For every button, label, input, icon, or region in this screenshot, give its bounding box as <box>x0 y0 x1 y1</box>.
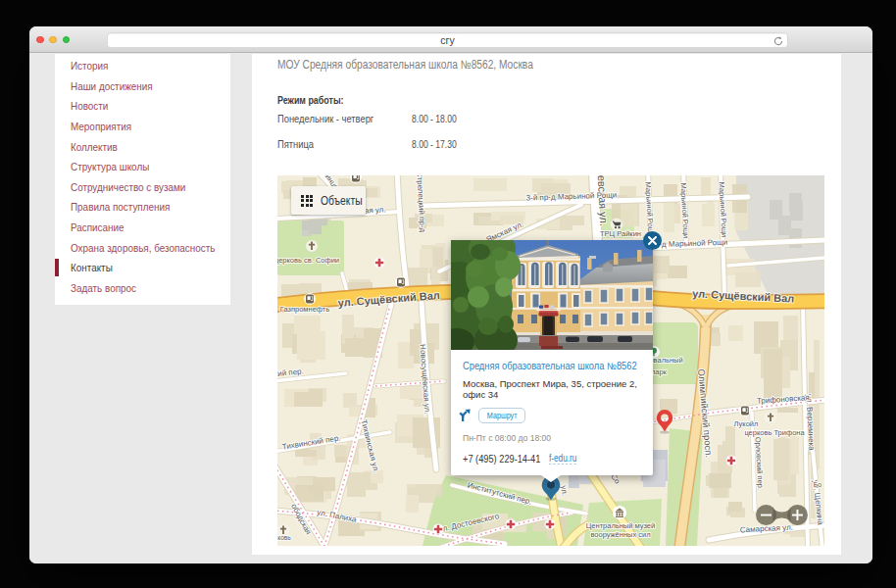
map-label-gazprom: Газпромнефть <box>280 305 329 314</box>
minimize-window-button[interactable] <box>49 36 57 44</box>
sidebar-item-label: Расписание <box>71 221 124 233</box>
page: ИсторияНаши достиженияНовостиМероприятия… <box>29 53 872 564</box>
map-label-lukoil: Лукойл <box>734 419 759 428</box>
main-content: МОУ Средняя образовательная школа №8562,… <box>252 54 841 555</box>
sidebar-item-label: Мероприятия <box>71 121 131 132</box>
map-label-church_sofii: церковь св. Софии <box>277 256 339 265</box>
fuel-station-icon <box>739 405 751 416</box>
map-label-museum1: Центральный музей <box>586 521 655 530</box>
reload-icon[interactable] <box>772 35 784 47</box>
schedule-hours: 8.00 - 17.30 <box>412 138 470 150</box>
sidebar-menu: ИсторияНаши достиженияНовостиМероприятия… <box>55 54 230 305</box>
map-label-church_trifona: церковь Трифона <box>744 428 805 437</box>
sidebar-item-label: Наши достижения <box>71 80 153 92</box>
sidebar-item-label: Правила поступления <box>71 201 170 213</box>
schedule-row: Пятница 8.00 - 17.30 <box>277 131 841 157</box>
medical-cross-icon <box>433 524 444 535</box>
church-icon <box>306 240 318 252</box>
popup-site-link[interactable]: f-edu.ru <box>549 453 576 465</box>
sidebar-item[interactable]: История <box>55 56 230 76</box>
popup-hours: Пн-Пт с 08:00 до 18:00 <box>463 432 595 443</box>
fuel-station-icon <box>304 293 316 305</box>
sidebar-item[interactable]: Новости <box>55 96 230 117</box>
popup-address: Москва, Проспект Мира, 35, строение 2,оф… <box>463 378 641 400</box>
address-bar[interactable]: сгу <box>107 32 788 49</box>
museum-icon <box>613 506 626 519</box>
popup-phone: +7 (495) 229-14-41 <box>463 453 540 465</box>
address-bar-text: сгу <box>108 33 787 48</box>
sidebar-item[interactable]: Структура школы <box>55 157 230 177</box>
schedule-day: Пятница <box>277 138 412 150</box>
zoom-out-icon <box>761 514 772 516</box>
close-window-button[interactable] <box>36 36 44 44</box>
sidebar-item[interactable]: Мероприятия <box>55 117 230 137</box>
popup-tail <box>541 475 561 482</box>
map-label-festivalny2: парк <box>651 368 667 376</box>
sidebar-item[interactable]: Задать вопрос <box>55 278 230 299</box>
sidebar-item[interactable]: Охрана здоровья, безопасность <box>55 237 230 258</box>
close-icon <box>648 236 657 245</box>
map-zoom-control <box>756 505 808 525</box>
map-popup-card: Средняя образовательная школа №8562 Моск… <box>451 240 653 475</box>
school-photo <box>451 240 653 350</box>
sidebar-item-label: Задать вопрос <box>71 282 136 294</box>
medical-cross-icon <box>374 258 385 269</box>
medical-cross-icon <box>506 519 517 530</box>
photo-building-center <box>512 240 580 335</box>
church-icon <box>277 524 289 536</box>
active-item-marker <box>55 259 59 276</box>
sidebar-item[interactable]: Расписание <box>55 218 230 238</box>
map-label-ul_short: ул. <box>559 485 569 497</box>
sidebar-item-label: Структура школы <box>71 161 149 172</box>
map-label-bo: Бо <box>814 481 822 488</box>
grid-icon <box>301 195 313 207</box>
fuel-station-icon <box>395 276 407 288</box>
page-title: МОУ Средняя образовательная школа №8562,… <box>277 57 627 73</box>
browser-titlebar: сгу <box>29 26 872 53</box>
map-label-trts: ТРЦ Райкин <box>600 229 641 238</box>
sidebar-item[interactable]: Коллектив <box>55 136 230 157</box>
zoom-window-button[interactable] <box>63 36 71 44</box>
map[interactable]: ул. Сущёвский Вал ул. Сущёвский Вал Олим… <box>277 175 824 546</box>
medical-cross-icon <box>545 519 556 530</box>
sidebar-item[interactable]: Сотрудничество с вузами <box>55 177 230 198</box>
sidebar-item-label: Сотрудничество с вузами <box>71 181 185 193</box>
sidebar-item-label: Новости <box>71 100 108 112</box>
schedule-heading: Режим работы: <box>277 94 436 106</box>
map-label-museum2: вооружённых сил <box>590 530 650 539</box>
schedule-row: Понедельник - четверг 8.00 - 18.00 <box>277 106 841 131</box>
church-icon <box>765 412 776 423</box>
sidebar-item-label: Контакты <box>71 262 113 273</box>
mall-cart-icon <box>611 219 623 231</box>
sidebar-item-label: История <box>71 60 108 72</box>
sidebar-item-label: Охрана здоровья, безопасность <box>71 242 215 254</box>
route-icon <box>459 409 472 421</box>
sidebar-item[interactable]: Контакты <box>55 258 230 278</box>
popup-school-link[interactable]: Средняя образовательная школа №8562 <box>463 360 628 372</box>
route-button[interactable]: Маршрут <box>478 408 525 423</box>
sidebar-item-label: Коллектив <box>71 141 118 153</box>
popup-close-button[interactable] <box>643 231 662 250</box>
schedule-hours: 8.00 - 18.00 <box>412 113 470 124</box>
medical-cross-icon <box>726 456 737 466</box>
sidebar-item[interactable]: Правила поступления <box>55 197 230 218</box>
browser-window: сгу ИсторияНаши достиженияНовостиМеропри… <box>29 26 872 564</box>
sidebar-item[interactable]: Наши достижения <box>55 76 230 97</box>
schedule-day: Понедельник - четверг <box>277 113 412 124</box>
map-objects-button[interactable]: Объекты <box>291 186 366 215</box>
